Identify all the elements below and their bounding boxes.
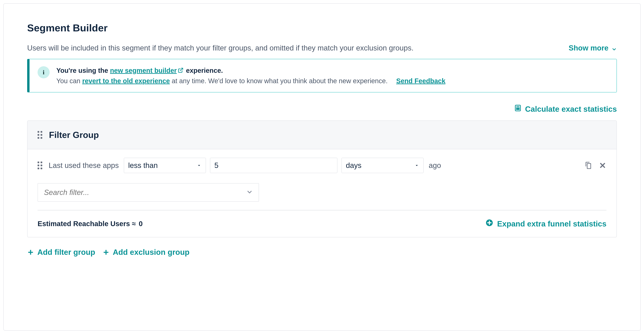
banner-line2-prefix: You can [56, 77, 82, 84]
add-exclusion-group-label: Add exclusion group [113, 248, 189, 257]
svg-point-5 [519, 108, 520, 108]
operator-value: less than [128, 161, 158, 170]
unit-value: days [346, 161, 362, 170]
banner-line2-suffix: at any time. We'd love to know what you … [170, 77, 388, 84]
banner-line1-suffix: experience. [184, 67, 223, 74]
filter-row: Last used these apps less than days ago [38, 158, 606, 173]
info-icon: i [38, 66, 50, 78]
add-exclusion-group-button[interactable]: + Add exclusion group [103, 248, 190, 257]
add-actions-row: + Add filter group + Add exclusion group [27, 248, 617, 257]
plus-circle-icon [485, 219, 494, 229]
show-more-toggle[interactable]: Show more [569, 44, 617, 52]
operator-select[interactable]: less than [124, 158, 206, 173]
filter-group-card: Filter Group Last used these apps less t… [27, 120, 617, 237]
calculator-icon [514, 104, 522, 114]
intro-text: Users will be included in this segment i… [27, 44, 414, 52]
svg-point-6 [516, 109, 517, 110]
new-experience-banner: i You're using the new segment builder e… [27, 59, 617, 92]
svg-point-7 [518, 109, 518, 110]
svg-point-3 [516, 108, 517, 108]
filter-field-label: Last used these apps [49, 161, 119, 170]
chevron-down-icon [246, 189, 253, 196]
filter-group-footer: Estimated Reachable Users ≈ 0 Expand ext… [28, 210, 616, 237]
external-link-icon [178, 68, 184, 73]
reachable-users-value: 0 [139, 220, 142, 228]
add-filter-group-button[interactable]: + Add filter group [28, 248, 95, 257]
plus-icon: + [103, 248, 109, 257]
duplicate-filter-button[interactable] [584, 162, 592, 169]
reachable-users-label: Estimated Reachable Users ≈ [38, 220, 136, 228]
caret-down-icon [414, 161, 419, 170]
filter-suffix: ago [429, 161, 441, 170]
banner-line1-prefix: You're using the [56, 67, 110, 74]
revert-link[interactable]: revert to the old experience [82, 77, 170, 84]
page-title: Segment Builder [27, 22, 617, 34]
new-segment-builder-link[interactable]: new segment builder [110, 67, 177, 74]
drag-handle-icon[interactable] [38, 131, 42, 139]
filter-group-header: Filter Group [28, 121, 616, 149]
send-feedback-link[interactable]: Send Feedback [396, 77, 446, 84]
svg-line-0 [180, 68, 183, 71]
plus-icon: + [28, 248, 33, 257]
calculate-stats-label: Calculate exact statistics [525, 104, 617, 114]
search-filter-combobox[interactable] [38, 183, 259, 202]
expand-funnel-stats-button[interactable]: Expand extra funnel statistics [485, 219, 606, 229]
remove-filter-button[interactable] [599, 162, 606, 169]
chevron-down-icon [612, 45, 617, 51]
intro-row: Users will be included in this segment i… [27, 44, 617, 52]
add-filter-group-label: Add filter group [38, 248, 95, 257]
show-more-label: Show more [569, 44, 608, 52]
drag-handle-icon[interactable] [38, 162, 42, 169]
search-filter-input[interactable] [44, 188, 246, 197]
caret-down-icon [196, 161, 202, 170]
svg-point-4 [518, 108, 518, 108]
unit-select[interactable]: days [342, 158, 424, 173]
segment-builder-card: Segment Builder Users will be included i… [3, 3, 641, 331]
expand-funnel-stats-label: Expand extra funnel statistics [497, 219, 606, 228]
svg-point-8 [519, 109, 520, 110]
calculate-stats-button[interactable]: Calculate exact statistics [514, 104, 617, 114]
filter-group-title: Filter Group [49, 130, 99, 140]
value-input[interactable] [210, 158, 338, 173]
